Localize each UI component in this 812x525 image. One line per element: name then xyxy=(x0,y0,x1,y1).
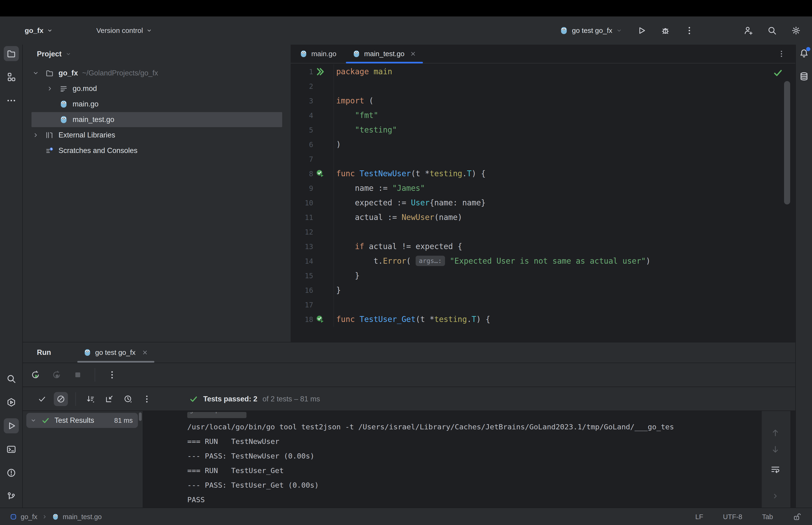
sidebar-item-more-tool-windows[interactable] xyxy=(4,93,19,108)
code-line[interactable]: 14 t.Error( args…: "Expected User is not… xyxy=(291,254,795,268)
code-line[interactable]: 12 xyxy=(291,225,795,239)
chevron-right-icon[interactable] xyxy=(32,132,45,139)
vcs-widget[interactable]: Version control xyxy=(96,27,152,34)
next-occurrence-button[interactable] xyxy=(768,442,782,456)
tree-item-main-go[interactable]: main.go xyxy=(23,96,291,112)
sidebar-item-find[interactable] xyxy=(4,371,19,386)
project-widget[interactable]: go_fx xyxy=(25,27,53,34)
project-panel-header[interactable]: Project xyxy=(37,50,291,58)
run-console[interactable]: go setup calls /usr/local/go/bin/go tool… xyxy=(143,411,762,508)
show-ignored-button[interactable] xyxy=(54,392,68,406)
chevron-right-icon[interactable] xyxy=(46,85,59,92)
line-number: 14 xyxy=(291,257,313,265)
code-line[interactable]: 15 } xyxy=(291,268,795,283)
soft-wrap-button[interactable] xyxy=(768,462,782,476)
code-line[interactable]: 8func TestNewUser(t *testing.T) { xyxy=(291,166,795,181)
line-number: 6 xyxy=(291,140,313,149)
inspections-passed-icon[interactable] xyxy=(773,68,783,78)
code-line[interactable]: 18func TestUser_Get(t *testing.T) { xyxy=(291,312,795,327)
sidebar-item-services[interactable] xyxy=(4,395,19,410)
previous-occurrence-button[interactable] xyxy=(768,425,782,440)
gutter xyxy=(313,239,334,254)
more-options-button[interactable] xyxy=(140,392,154,406)
navigate-with-single-click-button[interactable] xyxy=(102,392,116,406)
sort-by-duration-button[interactable] xyxy=(83,392,97,406)
status-bar-widgets: LFUTF-8Tab xyxy=(695,512,801,521)
tree-item-main-test-go[interactable]: main_test.go xyxy=(23,112,291,127)
sidebar-item-terminal[interactable] xyxy=(4,442,19,457)
editor-tab-main-test-go[interactable]: main_test.go xyxy=(344,45,424,63)
status-widget-utf-8[interactable]: UTF-8 xyxy=(723,513,742,521)
status-widget-lf[interactable]: LF xyxy=(695,513,703,521)
show-passed-button[interactable] xyxy=(35,392,49,406)
code-line[interactable]: 5 "testing" xyxy=(291,123,795,137)
gopher-icon xyxy=(352,50,361,58)
line-number: 17 xyxy=(291,301,313,309)
sidebar-item-problems[interactable] xyxy=(4,465,19,480)
expand-button[interactable] xyxy=(768,489,782,503)
code-with-me-button[interactable] xyxy=(744,26,753,35)
tree-item-go-mod[interactable]: go.mod xyxy=(23,81,291,96)
breadcrumb-main-test-go[interactable]: main_test.go xyxy=(52,513,102,521)
run-tests-gutter-icon[interactable] xyxy=(313,64,334,79)
lock-icon[interactable] xyxy=(793,512,801,521)
sidebar-item-database[interactable] xyxy=(797,70,811,83)
test-passed-gutter-icon[interactable] xyxy=(313,312,334,327)
rerun-tests-button[interactable] xyxy=(28,368,43,382)
run-toolbar xyxy=(28,363,119,387)
code-text: if actual != expected { xyxy=(334,239,462,254)
sidebar-item-version-control[interactable] xyxy=(4,489,19,504)
window-top-strip xyxy=(0,0,812,16)
stop-button[interactable] xyxy=(71,368,85,382)
code-line[interactable]: 6) xyxy=(291,137,795,152)
test-passed-gutter-icon[interactable] xyxy=(313,166,334,181)
editor-tab-main-go[interactable]: main.go xyxy=(292,45,344,63)
rerun-failed-tests-button[interactable] xyxy=(49,368,64,382)
test-results-row[interactable]: Test Results 81 ms xyxy=(26,413,138,428)
tree-item-scratches-and-consoles[interactable]: Scratches and Consoles xyxy=(23,143,291,159)
run-configuration-selector[interactable]: go test go_fx xyxy=(560,26,622,35)
chevron-down-icon xyxy=(65,51,72,57)
sidebar-item-notifications[interactable] xyxy=(797,46,811,60)
code-editor[interactable]: 1package main23import (4 "fmt"5 "testing… xyxy=(291,64,795,342)
tree-item-go-fx[interactable]: go_fx~/GolandProjects/go_fx xyxy=(23,65,291,81)
line-number: 5 xyxy=(291,126,313,134)
breadcrumb-go-fx[interactable]: go_fx xyxy=(10,513,37,521)
code-line[interactable]: 16} xyxy=(291,283,795,298)
test-history-button[interactable] xyxy=(121,392,135,406)
code-line[interactable]: 2 xyxy=(291,79,795,93)
run-tab[interactable]: go test go_fx xyxy=(76,342,155,363)
more-actions-button[interactable] xyxy=(685,26,694,35)
code-line[interactable]: 1package main xyxy=(291,64,795,79)
toolbar-separator xyxy=(95,368,95,381)
search-everywhere-button[interactable] xyxy=(767,26,777,35)
code-line[interactable]: 10 expected := User{name: name} xyxy=(291,196,795,210)
more-options-button[interactable] xyxy=(105,368,119,382)
code-line[interactable]: 4 "fmt" xyxy=(291,108,795,123)
editor-tab-options-icon[interactable] xyxy=(778,50,785,58)
code-line[interactable]: 9 name := "James" xyxy=(291,181,795,196)
line-number: 15 xyxy=(291,272,313,280)
code-line[interactable]: 11 actual := NewUser(name) xyxy=(291,210,795,225)
code-line[interactable]: 3import ( xyxy=(291,93,795,108)
line-number: 16 xyxy=(291,286,313,295)
status-widget-tab[interactable]: Tab xyxy=(762,513,773,521)
code-line[interactable]: 17 xyxy=(291,298,795,312)
close-icon[interactable] xyxy=(142,349,148,356)
editor-scrollbar[interactable] xyxy=(784,81,790,205)
sidebar-item-structure[interactable] xyxy=(4,70,19,85)
code-line[interactable]: 7 xyxy=(291,152,795,166)
debug-button[interactable] xyxy=(661,26,670,35)
sidebar-item-run[interactable] xyxy=(4,418,19,433)
gopher-icon xyxy=(59,115,73,124)
close-icon[interactable] xyxy=(410,50,416,57)
tree-item-external-libraries[interactable]: External Libraries xyxy=(23,127,291,143)
code-text: package main xyxy=(334,64,392,79)
run-button[interactable] xyxy=(637,26,646,35)
settings-button[interactable] xyxy=(791,26,801,35)
sidebar-item-project[interactable] xyxy=(4,46,19,61)
test-tree-scrollbar[interactable] xyxy=(139,412,142,421)
code-line[interactable]: 13 if actual != expected { xyxy=(291,239,795,254)
tests-passed-detail: of 2 tests – 81 ms xyxy=(262,395,320,403)
chevron-down-icon[interactable] xyxy=(32,70,45,77)
